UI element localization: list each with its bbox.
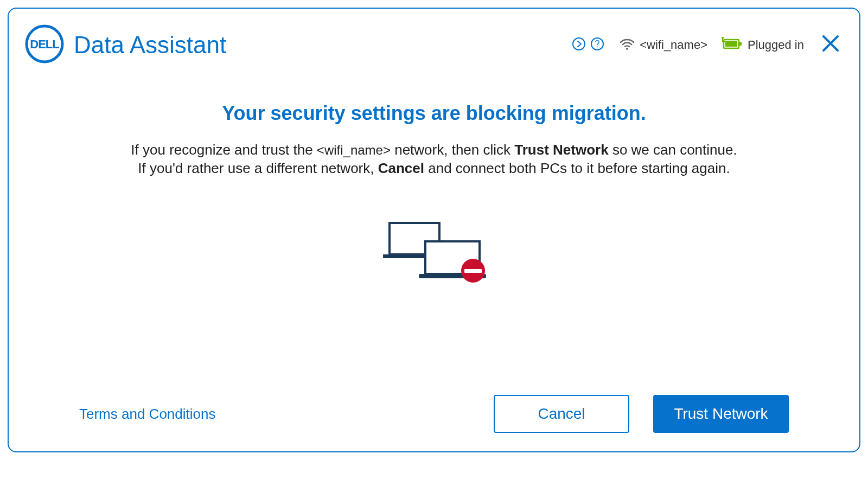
body-line-1: If you recognize and trust the <wifi_nam… [131,141,737,159]
help-circle-icon[interactable]: ? [590,36,605,54]
trust-network-button[interactable]: Trust Network [653,395,789,433]
svg-rect-7 [725,41,737,47]
svg-rect-17 [464,269,482,273]
dell-logo-icon: DELL [25,24,64,66]
header-action-icons: ? [571,36,605,54]
main-content: Your security settings are blocking migr… [9,69,859,451]
close-icon[interactable] [818,34,843,56]
two-laptops-blocked-icon [380,219,488,291]
svg-point-2 [573,38,585,50]
svg-text:?: ? [595,39,600,48]
wifi-icon [619,36,635,54]
svg-text:DELL: DELL [30,37,59,51]
footer: Terms and Conditions Cancel Trust Networ… [9,395,859,433]
svg-rect-8 [739,42,742,46]
next-circle-icon[interactable] [571,36,586,54]
terms-link[interactable]: Terms and Conditions [79,406,215,423]
power-status-label: Plugged in [748,38,804,52]
power-status: Plugged in [722,37,804,53]
wifi-status: <wifi_name> [619,36,707,54]
body-line-2: If you'd rather use a different network,… [131,159,737,178]
body-text: If you recognize and trust the <wifi_nam… [131,141,737,178]
page-heading: Your security settings are blocking migr… [222,102,646,125]
wifi-name-label: <wifi_name> [640,38,707,52]
cancel-button[interactable]: Cancel [494,395,629,433]
svg-rect-9 [722,37,724,39]
footer-buttons: Cancel Trust Network [494,395,789,433]
app-window: DELL Data Assistant ? [8,8,860,452]
app-title: Data Assistant [74,31,226,59]
brand: DELL Data Assistant [25,24,226,66]
title-bar-right: ? <wifi_name> [571,34,843,56]
wifi-name-inline: <wifi_name> [317,143,391,157]
svg-point-5 [626,48,628,50]
battery-plugged-icon [722,37,743,53]
title-bar: DELL Data Assistant ? [9,9,859,69]
